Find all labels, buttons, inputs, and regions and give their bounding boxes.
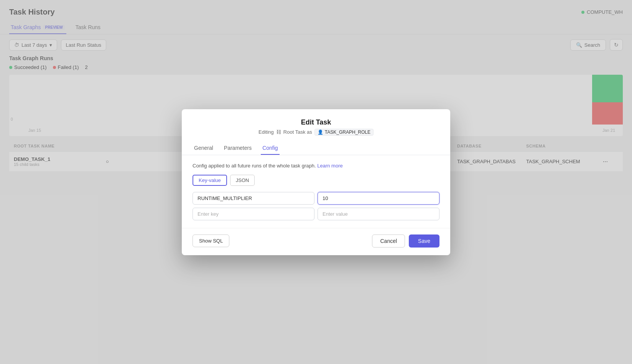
cancel-button[interactable]: Cancel — [372, 234, 405, 248]
modal-tab-general-label: General — [194, 145, 213, 151]
modal-tab-general[interactable]: General — [193, 142, 215, 155]
toggle-key-value[interactable]: Key-value — [193, 175, 227, 186]
modal-overlay: Edit Task Editing ⛓ Root Task as 👤 TASK_… — [0, 0, 632, 364]
root-task-label: Root Task as — [283, 129, 312, 135]
toggle-json[interactable]: JSON — [230, 175, 255, 186]
save-button[interactable]: Save — [409, 234, 439, 248]
modal-tab-config[interactable]: Config — [261, 142, 279, 155]
kv-grid — [193, 192, 439, 220]
modal-tab-parameters-label: Parameters — [224, 145, 252, 151]
config-description: Config applied to all future runs of the… — [193, 163, 439, 169]
kv-row-2 — [193, 208, 439, 220]
modal-subtitle: Editing ⛓ Root Task as 👤 TASK_GRAPH_ROLE — [193, 129, 439, 136]
footer-actions: Cancel Save — [372, 234, 439, 248]
modal-header: Edit Task Editing ⛓ Root Task as 👤 TASK_… — [182, 109, 450, 136]
role-label: TASK_GRAPH_ROLE — [325, 130, 370, 135]
learn-more-link[interactable]: Learn more — [317, 163, 342, 169]
kv-key-1[interactable] — [193, 192, 314, 205]
edit-task-modal: Edit Task Editing ⛓ Root Task as 👤 TASK_… — [182, 109, 450, 255]
modal-body: Config applied to all future runs of the… — [182, 155, 450, 228]
kv-value-1[interactable] — [318, 192, 439, 205]
role-chip: 👤 TASK_GRAPH_ROLE — [314, 129, 374, 136]
modal-tab-config-label: Config — [262, 145, 278, 151]
modal-footer: Show SQL Cancel Save — [182, 228, 450, 255]
kv-row-1 — [193, 192, 439, 205]
modal-tabs: General Parameters Config — [182, 136, 450, 155]
kv-key-2[interactable] — [193, 208, 314, 220]
chain-icon: ⛓ — [276, 129, 281, 135]
toggle-group: Key-value JSON — [193, 175, 439, 186]
modal-tab-parameters[interactable]: Parameters — [222, 142, 253, 155]
modal-title: Edit Task — [193, 118, 439, 126]
show-sql-button[interactable]: Show SQL — [193, 234, 229, 247]
user-icon: 👤 — [318, 130, 323, 135]
kv-value-2[interactable] — [318, 208, 439, 220]
subtitle-prefix: Editing — [258, 129, 274, 135]
